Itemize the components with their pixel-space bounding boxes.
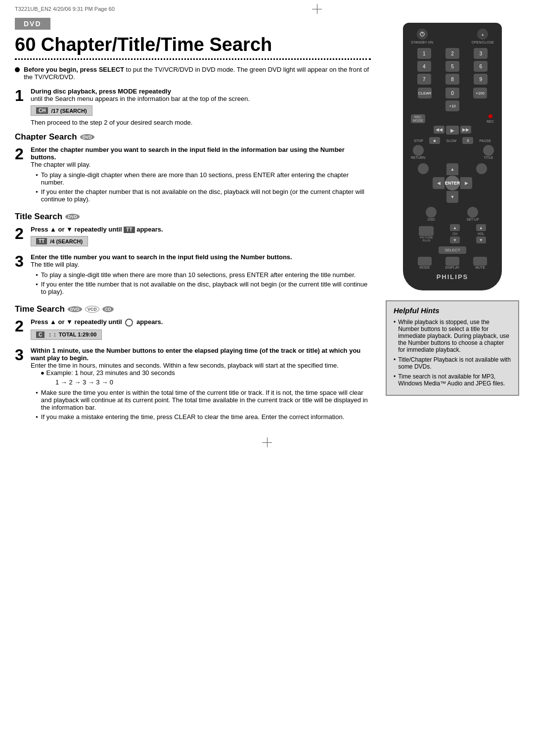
- open-close-label: OPEN/CLOSE: [471, 41, 494, 44]
- dpad-wrapper: ▲ ▼ ◀ ▶ ENTER: [411, 163, 494, 203]
- time-step-3-content: Within 1 minute, use the Number buttons …: [31, 347, 371, 424]
- osd-button[interactable]: [426, 207, 437, 218]
- vol-label: VOL: [478, 232, 485, 236]
- chapter-step-2-text: The chapter will play.: [31, 161, 371, 168]
- num-0[interactable]: 0: [445, 88, 459, 98]
- bullet-dot: [15, 67, 20, 72]
- time-vcd-badge: VCD: [85, 306, 99, 313]
- display-button[interactable]: [445, 257, 459, 266]
- chapter-bullets: To play a single-digit chapter when ther…: [36, 171, 371, 203]
- title-dvd-badge: DVD: [65, 214, 80, 220]
- rec-dot: [489, 114, 492, 118]
- time-step-2-number: 2: [15, 318, 26, 334]
- dotted-separator: [15, 58, 371, 60]
- time-bullets: Make sure the time you enter is within t…: [36, 389, 371, 421]
- time-search-label: Time Search: [15, 304, 65, 314]
- vol-down[interactable]: ▼: [476, 236, 486, 243]
- title-step-2-bold: Press ▲ or ▼ repeatedly until TT appears…: [31, 226, 371, 233]
- time-step-2-bold: Press ▲ or ▼ repeatedly until appears.: [31, 318, 371, 327]
- step-1-bold: During disc playback, press MODE repeate…: [31, 88, 371, 95]
- num-6[interactable]: 6: [474, 61, 488, 72]
- dpad: ▲ ▼ ◀ ▶ ENTER: [433, 163, 472, 203]
- dpad-down[interactable]: ▼: [446, 191, 458, 203]
- num-3[interactable]: 3: [474, 48, 488, 59]
- ch-vol-row: PICTUREPLUS ▲ CH ▼ ▲ VOL ▼: [411, 224, 494, 243]
- num-7[interactable]: 7: [417, 74, 431, 85]
- title-step-3-text: The title will play.: [31, 261, 371, 268]
- helpful-hints-list: While playback is stopped, use the Numbe…: [394, 319, 511, 387]
- step-1-display: CH /17 (SEARCH): [31, 105, 92, 116]
- chapter-step-2-content: Enter the chapter number you want to sea…: [31, 146, 371, 206]
- crosshair-top: [312, 4, 322, 14]
- ch-up[interactable]: ▲: [450, 224, 460, 231]
- pause-button[interactable]: ⏸: [462, 137, 473, 144]
- title-button[interactable]: [483, 145, 494, 156]
- select-button[interactable]: SELECT: [439, 246, 466, 254]
- display-text-1: /17 (SEARCH): [51, 108, 87, 114]
- num-9[interactable]: 9: [474, 74, 488, 85]
- title-btn-right[interactable]: [476, 163, 487, 174]
- transport-row: ◀◀ ▶ ▶▶: [411, 126, 494, 135]
- title-step-2-number: 2: [15, 226, 26, 241]
- mute-label: MUTE: [475, 266, 485, 269]
- dpad-up[interactable]: ▲: [446, 163, 458, 175]
- time-step-3-bold: Within 1 minute, use the Number buttons …: [31, 347, 371, 362]
- enter-button[interactable]: ENTER: [445, 176, 460, 190]
- chapter-dvd-badge: DVD: [80, 134, 94, 140]
- time-cd-badge: CD: [102, 306, 114, 312]
- chapter-bullet-2: If you enter the chapter number that is …: [36, 188, 371, 203]
- stop-button[interactable]: ■: [429, 137, 440, 144]
- rewind-button[interactable]: ◀◀: [434, 126, 445, 134]
- dpad-right[interactable]: ▶: [460, 177, 472, 189]
- clock-icon: [125, 319, 133, 327]
- plus10-button[interactable]: +10: [445, 100, 459, 111]
- open-close-button[interactable]: ▲: [477, 29, 488, 40]
- hint-1: While playback is stopped, use the Numbe…: [394, 319, 511, 353]
- main-content: DVD 60 Chapter/Title/Time Search Before …: [0, 18, 534, 427]
- vol-up[interactable]: ▲: [476, 224, 486, 231]
- ff-button[interactable]: ▶▶: [460, 126, 471, 134]
- time-step-2: 2 Press ▲ or ▼ repeatedly until appears.…: [15, 318, 371, 343]
- pause-label: PAUSE: [480, 139, 491, 142]
- title-step-2-display: TT /4 (SEARCH): [31, 236, 88, 246]
- num-2[interactable]: 2: [445, 48, 459, 59]
- num-8[interactable]: 8: [445, 74, 459, 85]
- step-1-number: 1: [15, 88, 26, 103]
- c-indicator: C: [36, 331, 44, 338]
- mode-button[interactable]: [418, 257, 432, 266]
- rec-label: REC: [487, 120, 494, 123]
- rec-mode-button[interactable]: RECMODE: [411, 114, 425, 123]
- intro-bullet: Before you begin, press SELECT to put th…: [15, 66, 371, 81]
- tt-box: TT: [124, 227, 134, 233]
- title-step-2: 2 Press ▲ or ▼ repeatedly until TT appea…: [15, 226, 371, 249]
- setup-button[interactable]: [467, 207, 478, 218]
- picture-plus-label: PICTUREPLUS: [420, 236, 433, 242]
- step-1-text: until the Search menu appears in the inf…: [31, 95, 371, 102]
- return-button[interactable]: [413, 145, 424, 156]
- return-btn-left[interactable]: [418, 163, 429, 174]
- stop-label: STOP: [414, 139, 423, 142]
- clear-button[interactable]: CLEAR: [418, 88, 432, 98]
- step-1-content: During disc playback, press MODE repeate…: [31, 88, 371, 126]
- time-step-3-number: 3: [15, 347, 26, 363]
- time-step-3: 3 Within 1 minute, use the Number button…: [15, 347, 371, 424]
- ch-down[interactable]: ▼: [450, 236, 460, 243]
- title-search-heading: Title Search DVD: [15, 212, 371, 222]
- remote-wrapper: STANDBY·ON ▲ OPEN/CLOSE 1 2 3 4 5 6 7: [386, 23, 519, 290]
- dpad-left[interactable]: ◀: [433, 177, 445, 189]
- play-button[interactable]: ▶: [446, 126, 459, 135]
- crosshair-bottom: [262, 437, 272, 447]
- intro-text: Before you begin, press SELECT to put th…: [24, 66, 371, 81]
- picture-plus-button[interactable]: [419, 226, 434, 236]
- num-1[interactable]: 1: [417, 48, 431, 59]
- title-step-2-content: Press ▲ or ▼ repeatedly until TT appears…: [31, 226, 371, 249]
- mute-button[interactable]: [473, 257, 487, 266]
- title-step-3-bold: Enter the title number you want to searc…: [31, 253, 371, 261]
- chapter-search-heading: Chapter Search DVD: [15, 132, 371, 142]
- plus100-button[interactable]: +100: [473, 88, 487, 98]
- standby-button[interactable]: [417, 29, 428, 40]
- title-step-3: 3 Enter the title number you want to sea…: [15, 253, 371, 298]
- num-4[interactable]: 4: [417, 61, 431, 72]
- return-title-row: RETURN TITLE: [411, 145, 494, 159]
- num-5[interactable]: 5: [445, 61, 459, 72]
